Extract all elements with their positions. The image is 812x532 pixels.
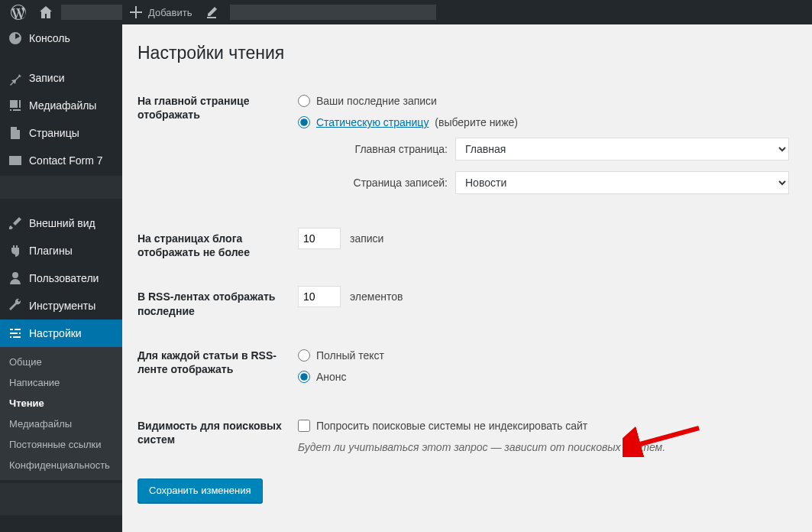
sidebar-item-label: Медиафайлы	[29, 99, 96, 112]
media-icon	[8, 98, 23, 113]
admin-sidebar: Консоль Записи Медиафайлы Страницы Conta…	[0, 24, 122, 532]
sidebar-item-media[interactable]: Медиафайлы	[0, 92, 122, 119]
plug-icon	[8, 243, 23, 258]
user-icon	[8, 271, 23, 286]
toolbar-masked-area-2	[230, 5, 436, 20]
edit-toolbar-item[interactable]	[198, 0, 225, 24]
posts-per-rss-input[interactable]	[298, 286, 341, 307]
static-page-link[interactable]: Статическую страницу	[316, 116, 429, 128]
settings-submenu: Общие Написание Чтение Медиафайлы Постоя…	[0, 347, 122, 480]
sidebar-item-contact-form[interactable]: Contact Form 7	[0, 147, 122, 174]
sidebar-masked-item-2	[0, 483, 122, 515]
radio-summary-label: Анонс	[316, 371, 347, 383]
mail-icon	[8, 153, 23, 168]
radio-latest-posts[interactable]	[298, 95, 310, 107]
radio-full-text[interactable]	[298, 349, 310, 362]
search-visibility-label: Видимость для поисковых систем	[137, 404, 290, 465]
radio-latest-posts-label: Ваши последние записи	[316, 95, 437, 107]
pin-icon	[8, 70, 23, 86]
sidebar-item-pages[interactable]: Страницы	[0, 119, 122, 147]
sliders-icon	[8, 326, 23, 341]
sidebar-item-label: Внешний вид	[29, 217, 95, 229]
settings-form-table: На главной странице отображать Ваши посл…	[137, 79, 797, 465]
submenu-reading[interactable]: Чтение	[0, 393, 122, 414]
plus-icon	[128, 5, 144, 20]
submenu-general[interactable]: Общие	[0, 352, 122, 372]
save-changes-button[interactable]: Сохранить изменения	[137, 478, 263, 503]
brush-icon	[8, 216, 23, 231]
rss-show-label: В RSS-лентах отображать последние	[137, 274, 290, 332]
sidebar-item-label: Инструменты	[29, 300, 95, 312]
sidebar-masked-item	[0, 176, 122, 199]
submenu-media[interactable]: Медиафайлы	[0, 414, 122, 434]
submenu-privacy[interactable]: Конфиденциальность	[0, 455, 122, 475]
page-icon	[8, 125, 23, 141]
wrench-icon	[8, 298, 23, 313]
radio-static-page-label: Статическую страницу (выберите ниже)	[316, 116, 518, 128]
sidebar-item-label: Консоль	[29, 32, 70, 44]
front-page-select-label: Главная страница:	[325, 143, 455, 155]
search-visibility-description: Будет ли учитываться этот запрос — завис…	[298, 441, 789, 453]
edit-icon	[204, 5, 219, 20]
posts-per-page-input[interactable]	[298, 228, 341, 249]
dashboard-icon	[8, 31, 23, 46]
radio-full-text-label: Полный текст	[316, 349, 384, 362]
front-display-label: На главной странице отображать	[137, 79, 290, 216]
sidebar-item-label: Плагины	[29, 245, 73, 257]
submenu-permalinks[interactable]: Постоянные ссылки	[0, 434, 122, 455]
sidebar-item-users[interactable]: Пользователи	[0, 264, 122, 292]
checkbox-discourage-search-label: Попросить поисковые системы не индексиро…	[316, 420, 587, 432]
page-title: Настройки чтения	[137, 43, 797, 63]
radio-summary[interactable]	[298, 371, 310, 383]
rss-each-label: Для каждой статьи в RSS-ленте отображать	[137, 333, 290, 404]
sidebar-item-tools[interactable]: Инструменты	[0, 292, 122, 320]
home-icon	[38, 5, 53, 20]
sidebar-item-plugins[interactable]: Плагины	[0, 237, 122, 264]
toolbar-masked-area	[61, 5, 122, 20]
add-new-label: Добавить	[148, 7, 192, 18]
sidebar-item-label: Пользователи	[29, 272, 99, 284]
sidebar-item-label: Contact Form 7	[29, 154, 102, 167]
posts-page-select-label: Страница записей:	[325, 177, 455, 189]
blog-pages-show-label: На страницах блога отображать не более	[137, 216, 290, 274]
posts-per-page-suffix: записи	[350, 232, 383, 245]
static-page-paren: (выберите ниже)	[435, 116, 518, 128]
posts-page-select[interactable]: Новости	[455, 171, 789, 194]
sidebar-item-label: Настройки	[29, 327, 82, 339]
checkbox-discourage-search[interactable]	[298, 420, 310, 432]
sidebar-item-label: Страницы	[29, 127, 79, 139]
add-new-menu[interactable]: Добавить	[122, 0, 198, 24]
sidebar-item-settings[interactable]: Настройки	[0, 320, 122, 347]
radio-static-page[interactable]	[298, 116, 310, 128]
front-page-select[interactable]: Главная	[455, 138, 789, 161]
settings-reading-page: Настройки чтения На главной странице ото…	[122, 24, 812, 532]
site-home-link[interactable]	[32, 0, 60, 24]
sidebar-item-appearance[interactable]: Внешний вид	[0, 209, 122, 237]
sidebar-item-dashboard[interactable]: Консоль	[0, 24, 122, 52]
posts-per-rss-suffix: элементов	[350, 290, 403, 303]
submenu-writing[interactable]: Написание	[0, 372, 122, 393]
wordpress-icon	[11, 5, 26, 20]
sidebar-item-label: Записи	[29, 72, 64, 84]
wp-logo-menu[interactable]	[5, 0, 32, 24]
admin-toolbar: Добавить	[0, 0, 812, 24]
sidebar-item-posts[interactable]: Записи	[0, 64, 122, 92]
